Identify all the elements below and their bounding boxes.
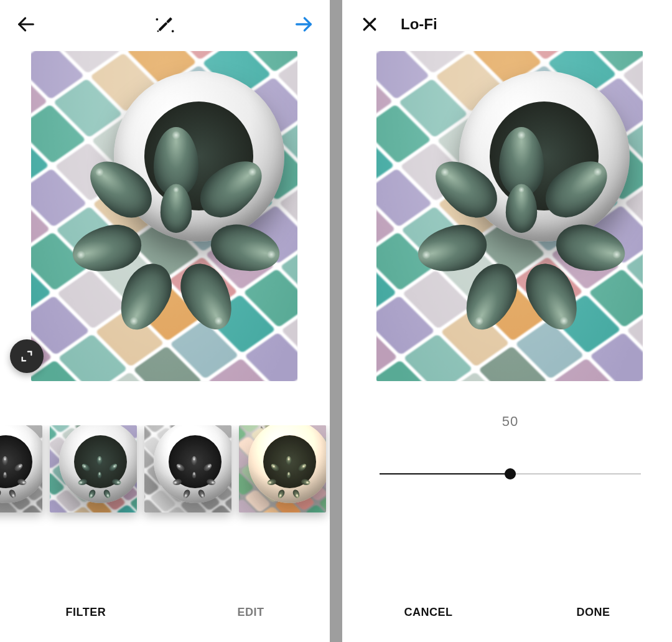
svg-rect-2 bbox=[158, 22, 167, 31]
filter-thumbnail[interactable] bbox=[144, 425, 231, 512]
filter-item-nashville[interactable]: Nashville bbox=[239, 425, 326, 565]
filter-item-willow[interactable]: w bbox=[0, 425, 42, 565]
filter-intensity-screen: Lo-Fi 50 CANCEL DONE bbox=[342, 0, 672, 642]
tab-filter[interactable]: FILTER bbox=[58, 602, 114, 623]
filter-thumbnail-strip[interactable]: wLo-FiInkwellNashville bbox=[0, 425, 330, 565]
filter-item-lofi[interactable]: Lo-Fi bbox=[50, 425, 137, 565]
svg-point-3 bbox=[156, 18, 158, 21]
filter-thumbnail[interactable] bbox=[239, 425, 326, 512]
filter-name-title: Lo-Fi bbox=[401, 16, 437, 33]
magic-wand-button[interactable] bbox=[151, 11, 179, 38]
filter-thumbnail[interactable] bbox=[0, 425, 42, 512]
close-icon bbox=[360, 15, 379, 34]
panel-divider bbox=[330, 0, 342, 642]
preview-image[interactable] bbox=[31, 51, 297, 381]
slider-thumb[interactable] bbox=[505, 468, 516, 479]
expand-icon bbox=[20, 349, 34, 363]
close-button[interactable] bbox=[356, 11, 383, 38]
left-bottom-tabs: FILTER EDIT bbox=[0, 593, 330, 631]
svg-point-5 bbox=[157, 31, 159, 32]
right-bottom-actions: CANCEL DONE bbox=[342, 593, 672, 631]
filter-item-inkwell[interactable]: Inkwell bbox=[144, 425, 231, 565]
arrow-left-icon bbox=[16, 14, 37, 35]
magic-wand-icon bbox=[153, 12, 177, 36]
next-button[interactable] bbox=[290, 11, 317, 38]
cancel-button[interactable]: CANCEL bbox=[396, 602, 460, 623]
svg-point-4 bbox=[172, 30, 174, 32]
intensity-slider-area: 50 bbox=[380, 413, 641, 474]
done-button[interactable]: DONE bbox=[569, 602, 617, 623]
expand-button[interactable] bbox=[10, 339, 44, 373]
intensity-preview-image[interactable] bbox=[376, 51, 643, 381]
tab-edit[interactable]: EDIT bbox=[230, 602, 271, 623]
intensity-value: 50 bbox=[380, 413, 641, 430]
arrow-right-icon bbox=[293, 14, 314, 35]
filter-selection-screen: wLo-FiInkwellNashville FILTER EDIT bbox=[0, 0, 330, 642]
right-header: Lo-Fi bbox=[342, 0, 672, 49]
left-header bbox=[0, 0, 330, 49]
filter-thumbnail[interactable] bbox=[50, 425, 137, 512]
slider-fill bbox=[380, 473, 510, 474]
back-button[interactable] bbox=[12, 11, 40, 38]
intensity-slider[interactable] bbox=[380, 473, 641, 474]
svg-rect-1 bbox=[166, 17, 172, 24]
